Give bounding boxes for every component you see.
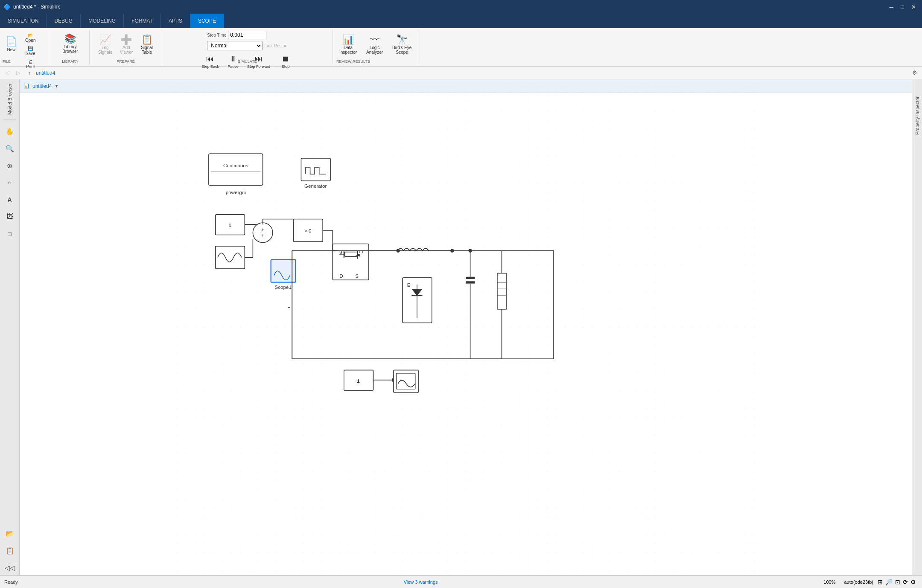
save-icon: 💾 bbox=[28, 46, 33, 51]
data-inspector-icon: 📊 bbox=[342, 35, 354, 44]
sine-wave-block[interactable] bbox=[216, 246, 245, 269]
rotate-icon[interactable]: ⟳ bbox=[903, 579, 908, 585]
svg-text:1: 1 bbox=[228, 222, 231, 228]
svg-rect-26 bbox=[333, 244, 369, 280]
tab-apps[interactable]: APPS bbox=[161, 14, 190, 28]
toolbar-library-group: 📚 LibraryBrowser LIBRARY bbox=[51, 30, 90, 64]
breadcrumb[interactable]: untitled4 bbox=[36, 70, 55, 76]
signal-table-button[interactable]: 📋 SignalTable bbox=[137, 31, 156, 58]
nav-back-button[interactable]: ◁ bbox=[3, 68, 12, 78]
logic-analyzer-icon: 〰 bbox=[370, 35, 379, 44]
data-inspector-button[interactable]: 📊 DataInspector bbox=[336, 31, 360, 58]
print-button[interactable]: 🖨 Print bbox=[23, 58, 38, 70]
svg-rect-15 bbox=[216, 246, 245, 269]
constant1-block[interactable]: 1 bbox=[216, 215, 245, 235]
library-browser-button[interactable]: 📚 LibraryBrowser bbox=[59, 31, 81, 57]
right-property-panel: Property Inspector bbox=[912, 79, 922, 575]
sidebar-collapse[interactable]: ◁◁ bbox=[2, 560, 18, 575]
svg-text:D: D bbox=[339, 273, 343, 279]
sidebar-zoom-in[interactable]: ⊕ bbox=[2, 158, 18, 173]
save-button[interactable]: 💾 Save bbox=[23, 45, 38, 57]
signal-table-icon: 📋 bbox=[141, 35, 153, 44]
diagram-canvas[interactable]: Continuous powergui Generator 1 bbox=[20, 79, 912, 575]
add-viewer-button[interactable]: ➕ AddViewer bbox=[117, 31, 136, 58]
status-warnings[interactable]: View 3 warnings bbox=[22, 579, 820, 585]
title-bar-title: untitled4 * - Simulink bbox=[13, 4, 60, 10]
stop-icon: ⏹ bbox=[282, 55, 289, 64]
sidebar-bottom-btn2[interactable]: 📋 bbox=[2, 543, 18, 558]
sidebar-model-browser-btn[interactable]: Model Browser bbox=[5, 82, 15, 116]
step-back-icon: ⏮ bbox=[206, 55, 214, 64]
zoom-icon[interactable]: 🔎 bbox=[885, 579, 893, 585]
logic-analyzer-button[interactable]: 〰 LogicAnalyzer bbox=[363, 31, 386, 58]
minimize-button[interactable]: ─ bbox=[886, 2, 896, 12]
tab-scope[interactable]: SCOPE bbox=[190, 14, 224, 28]
tab-modeling[interactable]: MODELING bbox=[81, 14, 124, 28]
settings-icon[interactable]: ⚙ bbox=[910, 579, 916, 585]
right-panel-label: Property Inspector bbox=[915, 96, 920, 135]
status-zoom: 100% bbox=[823, 579, 835, 585]
toolbar-review-group: 📊 DataInspector 〰 LogicAnalyzer 🔭 Bird's… bbox=[333, 30, 418, 64]
svg-rect-52 bbox=[497, 273, 506, 309]
nav-settings-button[interactable]: ⚙ bbox=[910, 68, 919, 78]
pulse-generator-block[interactable]: Generator bbox=[301, 158, 330, 189]
fast-restart-label: Fast Restart bbox=[264, 44, 287, 48]
library-icon: 📚 bbox=[64, 34, 76, 44]
nav-forward-button[interactable]: ▷ bbox=[14, 68, 23, 78]
sidebar-rect-tool[interactable]: □ bbox=[2, 226, 18, 242]
status-icons: ⊞ 🔎 ⊡ ⟳ ⚙ bbox=[878, 579, 916, 585]
birds-eye-icon: 🔭 bbox=[396, 35, 408, 44]
svg-rect-49 bbox=[466, 281, 475, 283]
sidebar-text-tool[interactable]: A bbox=[2, 192, 18, 207]
left-sidebar: Model Browser ✋ 🔍 ⊕ ↔ A 🖼 □ 📂 📋 ◁◁ bbox=[0, 79, 20, 575]
svg-text:-: - bbox=[288, 304, 290, 311]
new-button[interactable]: 📄 New bbox=[3, 32, 20, 57]
sum-block[interactable]: + Σ bbox=[253, 223, 272, 242]
add-viewer-icon: ➕ bbox=[120, 35, 132, 44]
svg-text:Generator: Generator bbox=[304, 183, 327, 189]
svg-text:powergui: powergui bbox=[226, 189, 246, 195]
svg-text:E: E bbox=[407, 282, 411, 288]
title-bar-left: 🔷 untitled4 * - Simulink bbox=[3, 3, 60, 10]
status-bar: Ready View 3 warnings 100% auto(ode23tb)… bbox=[0, 575, 922, 588]
svg-text:S: S bbox=[355, 273, 359, 279]
comparator-block[interactable]: > 0 bbox=[293, 219, 323, 242]
title-bar-controls: ─ □ ✕ bbox=[886, 2, 919, 12]
birds-eye-scope-button[interactable]: 🔭 Bird's-EyeScope bbox=[389, 31, 414, 58]
stop-time-input[interactable] bbox=[228, 31, 266, 39]
status-ready: Ready bbox=[4, 579, 18, 585]
fit-icon[interactable]: ⊡ bbox=[895, 579, 900, 585]
sidebar-fit[interactable]: ↔ bbox=[2, 175, 18, 190]
toolbar-file-group: 📄 New 📂 Open 💾 Save 🖨 Print FILE bbox=[0, 30, 51, 64]
tab-format[interactable]: FORMAT bbox=[124, 14, 161, 28]
sidebar-image-tool[interactable]: 🖼 bbox=[2, 209, 18, 224]
stop-button[interactable]: ⏹ Stop bbox=[275, 53, 296, 70]
sidebar-hand-tool[interactable]: ✋ bbox=[2, 124, 18, 139]
diode-block[interactable]: E bbox=[403, 278, 432, 323]
log-signals-button[interactable]: 📈 LogSignals bbox=[95, 31, 115, 58]
log-signals-icon: 📈 bbox=[99, 35, 111, 44]
step-back-button[interactable]: ⏮ Step Back bbox=[198, 53, 222, 70]
grid-icon[interactable]: ⊞ bbox=[878, 579, 883, 585]
close-button[interactable]: ✕ bbox=[908, 2, 919, 12]
mosfet-block[interactable]: g m D S bbox=[333, 244, 369, 280]
tab-debug[interactable]: DEBUG bbox=[47, 14, 81, 28]
pause-icon: ⏸ bbox=[229, 55, 237, 64]
open-icon: 📂 bbox=[28, 33, 33, 38]
simulation-mode-select[interactable]: Normal Accelerator Rapid Accelerator bbox=[207, 41, 263, 50]
new-icon: 📄 bbox=[6, 37, 17, 47]
tab-simulation[interactable]: SIMULATION bbox=[0, 14, 47, 28]
nav-bar: ◁ ▷ ↑ untitled4 ⚙ bbox=[0, 67, 922, 79]
open-button[interactable]: 📂 Open bbox=[23, 32, 38, 44]
sidebar-zoom-tool[interactable]: 🔍 bbox=[2, 141, 18, 156]
scope2-block[interactable] bbox=[394, 370, 418, 393]
constant2-block[interactable]: 1 bbox=[344, 370, 373, 390]
svg-point-44 bbox=[396, 249, 400, 252]
toolbar-prepare-group: 📈 LogSignals ➕ AddViewer 📋 SignalTable P… bbox=[90, 30, 162, 64]
svg-rect-48 bbox=[466, 277, 475, 279]
maximize-button[interactable]: □ bbox=[897, 2, 907, 12]
sidebar-bottom-btn1[interactable]: 📂 bbox=[2, 526, 18, 541]
tab-strip: SIMULATION DEBUG MODELING FORMAT APPS SC… bbox=[0, 14, 922, 28]
svg-text:1: 1 bbox=[357, 378, 360, 384]
svg-text:Σ: Σ bbox=[261, 233, 264, 238]
